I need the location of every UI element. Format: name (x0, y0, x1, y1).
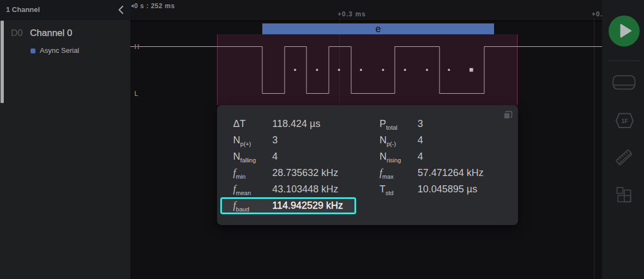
svg-text:1F: 1F (621, 118, 628, 124)
